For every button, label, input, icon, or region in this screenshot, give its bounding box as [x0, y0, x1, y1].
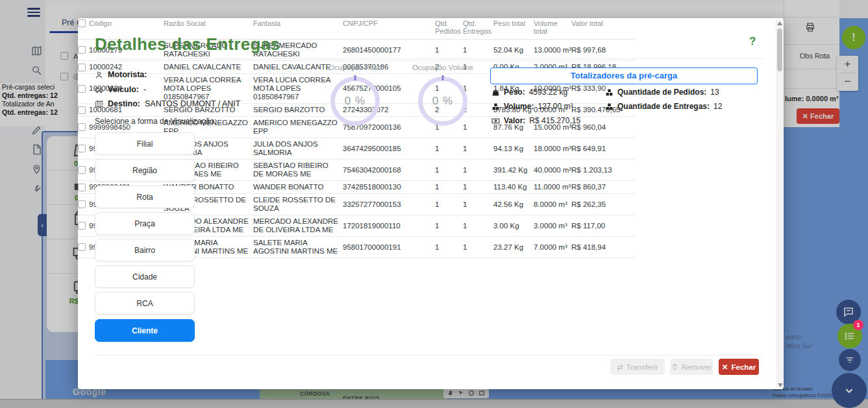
cell-qtd-entregas: 1: [463, 194, 493, 215]
cell-peso-total: 391.42 Kg: [493, 160, 534, 181]
cell-qtd-pedidos: 1: [435, 215, 463, 237]
view-button[interactable]: Rota: [95, 186, 195, 208]
cell-volume-total: 7.0000 m³: [534, 237, 571, 258]
cell-valor-total: R$ 649,91: [571, 138, 635, 160]
blocks-icon: [491, 102, 500, 111]
row-checkbox[interactable]: [78, 123, 86, 131]
row-checkbox[interactable]: [78, 106, 86, 114]
cell-qtd-pedidos: 1: [435, 40, 463, 61]
row-checkbox[interactable]: [78, 200, 86, 208]
view-button-cliente-active[interactable]: Cliente: [95, 319, 195, 342]
cell-cnpj-cpf: 17201819000110: [343, 215, 435, 237]
row-checkbox[interactable]: [78, 145, 86, 152]
view-buttons: FilialRegiãoRotaPraçaBairroCidadeRCA: [95, 132, 195, 315]
cell-cnpj-cpf: 75463042000168: [343, 160, 435, 181]
modal-scrollbar[interactable]: [776, 19, 783, 388]
cell-qtd-pedidos: 1: [435, 237, 463, 258]
view-button[interactable]: Bairro: [95, 239, 195, 261]
view-button[interactable]: Cidade: [95, 265, 195, 288]
destination-map-icon: [95, 100, 103, 108]
cell-valor-total: R$ 997,68: [571, 40, 635, 61]
cell-qtd-entregas: 1: [463, 215, 493, 237]
cell-qtd-entregas: 1: [463, 160, 493, 181]
cell-fantasia: WANDER BONATTO: [253, 181, 343, 194]
cell-cnpj-cpf: 33257277000153: [343, 194, 435, 215]
total-pedidos-label: Quantidade de Pedidos:: [617, 88, 706, 97]
cell-peso-total: 3.00 Kg: [493, 215, 534, 237]
row-checkbox[interactable]: [78, 222, 86, 230]
view-button[interactable]: RCA: [95, 292, 195, 315]
fechar-label: Fechar: [731, 363, 756, 371]
destino-value: SANTOS DUMONT / ANIT: [145, 99, 240, 108]
header-divider: [95, 58, 763, 59]
header-codigo: Código: [89, 19, 112, 27]
destino-row: Destino: SANTOS DUMONT / ANIT: [95, 99, 240, 108]
notification-badge: 1: [853, 320, 863, 330]
cell-razao-social: DANIEL CAVALCANTE: [164, 61, 253, 74]
total-entregas: Quantidade de Entregas: 12: [605, 102, 722, 111]
cell-qtd-entregas: 1: [463, 237, 493, 258]
cell-valor-total: R$ 418,94: [571, 237, 635, 258]
transferir-label: Transferir: [626, 363, 658, 371]
fechar-button[interactable]: ✕Fechar: [719, 359, 759, 375]
gauge-volume: Ocupação Volume 0 %: [404, 64, 482, 126]
transferir-button[interactable]: ⇄Transferir: [610, 359, 665, 375]
cell-fantasia: JULIA DOS ANJOS SALMORIA: [253, 138, 343, 160]
gauge-volume-label: Ocupação Volume: [404, 64, 482, 71]
gauge-peso-ring: 0 %: [330, 77, 380, 126]
total-valor: Valor: R$ 415.270,15: [491, 116, 580, 125]
header-qtd-pedidos: Qtd. Pedidos: [435, 18, 463, 40]
total-volume-label: Volume:: [504, 102, 534, 111]
cell-peso-total: 42.56 Kg: [493, 194, 534, 215]
row-checkbox[interactable]: [78, 85, 86, 93]
blocks-icon: [605, 88, 614, 97]
total-entregas-value: 12: [713, 102, 722, 111]
veiculo-value: -: [143, 85, 146, 94]
cell-valor-total: R$ 262,35: [571, 194, 635, 215]
view-button[interactable]: Praça: [95, 212, 195, 235]
scrollbar-thumb[interactable]: [777, 29, 782, 71]
total-entregas-label: Quantidade de Entregas:: [617, 102, 710, 111]
remover-label: Remover: [682, 363, 712, 371]
cell-cnpj-cpf: 36474295000185: [343, 138, 435, 160]
cell-cnpj-cpf: 37428518000130: [343, 181, 435, 194]
header-qtd-entregas: Qtd. Entregas: [463, 18, 493, 40]
cell-peso-total: 52.04 Kg: [493, 40, 534, 61]
select-view-label: Selecione a forma de Visualização:: [95, 117, 216, 126]
gauge-volume-ring: 0 %: [418, 77, 467, 126]
scrollbar-up-arrow[interactable]: [777, 21, 782, 25]
view-button[interactable]: Filial: [95, 132, 195, 155]
scrollbar-down-arrow[interactable]: [778, 381, 783, 389]
row-checkbox[interactable]: [78, 166, 86, 174]
motorista-row: Motorista:: [95, 70, 147, 79]
modal-title: Detalhes das Entregas: [95, 34, 280, 54]
cell-qtd-entregas: 1: [463, 40, 493, 61]
remover-button[interactable]: Remover: [670, 359, 713, 375]
cell-volume-total: 18.0000 m³: [534, 138, 571, 160]
row-checkbox[interactable]: [78, 64, 86, 71]
header-valor-total: Valor total: [571, 18, 635, 40]
header-volume-total: Volume total: [534, 18, 571, 40]
row-checkbox[interactable]: [78, 243, 86, 251]
cell-volume-total: 11.0000 m³: [534, 181, 571, 194]
footer-divider: [95, 355, 763, 355]
header-peso-total: Peso total: [493, 18, 534, 40]
row-checkbox[interactable]: [78, 46, 86, 54]
row-checkbox[interactable]: [78, 184, 86, 191]
select-all-checkbox[interactable]: [78, 19, 86, 27]
cell-volume-total: 40.0000 m³: [534, 160, 571, 181]
veiculo-label: Veículo:: [108, 85, 139, 94]
gauge-peso: Ocupação Peso 0 %: [316, 64, 394, 126]
gauge-volume-value: 0 %: [423, 81, 463, 121]
cell-qtd-entregas: 1: [463, 181, 493, 194]
veiculo-row: Veículo: -: [95, 85, 146, 94]
cell-valor-total: R$ 960,04: [571, 117, 635, 138]
header-cnpj-cpf: CNPJ/CPF: [343, 18, 435, 40]
view-button[interactable]: Região: [95, 159, 195, 182]
total-peso-value: 4593.22 kg: [529, 88, 567, 97]
cell-qtd-pedidos: 1: [435, 160, 463, 181]
trash-icon: [671, 363, 678, 370]
help-icon[interactable]: ?: [749, 35, 756, 48]
close-icon: ✕: [722, 363, 728, 372]
total-valor-value: R$ 415.270,15: [529, 116, 580, 125]
